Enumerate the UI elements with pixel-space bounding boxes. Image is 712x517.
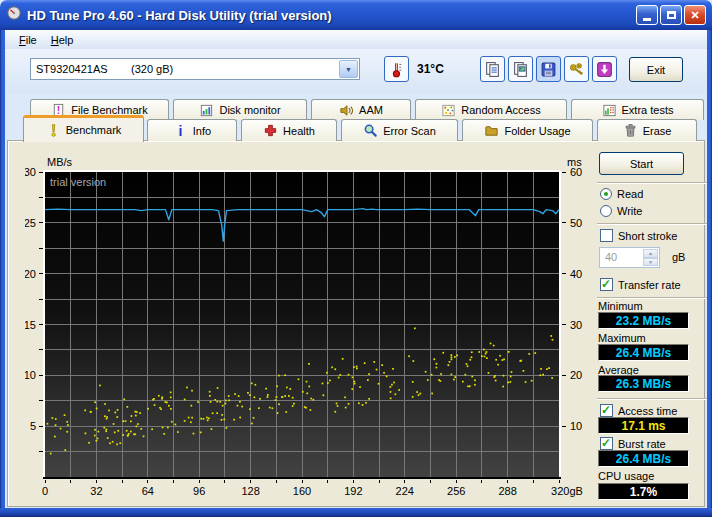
health-icon <box>263 123 278 138</box>
read-label: Read <box>617 188 643 200</box>
transfer-rate-option: ✓ Transfer rate <box>600 278 681 291</box>
keys-icon <box>568 61 585 78</box>
tab-erase[interactable]: Erase <box>597 119 697 141</box>
svg-text:MB/s: MB/s <box>47 156 73 168</box>
read-option: Read <box>600 188 643 200</box>
burst-rate-checkbox[interactable]: ✓ <box>600 437 613 450</box>
svg-text:224: 224 <box>396 485 414 497</box>
app-icon <box>6 5 22 21</box>
copy-text-icon <box>484 61 501 78</box>
window-title: HD Tune Pro 4.60 - Hard Disk Utility (tr… <box>27 8 634 23</box>
short-stroke-option: ✓ Short stroke <box>600 229 677 242</box>
info-icon: i <box>173 123 188 138</box>
access-time-value: 17.1 ms <box>598 417 689 434</box>
svg-text:320gB: 320gB <box>551 485 583 497</box>
separator <box>597 182 707 184</box>
transfer-rate-label: Transfer rate <box>618 279 681 291</box>
maximize-button[interactable] <box>660 5 682 25</box>
spin-up-icon: ▲ <box>643 249 658 258</box>
titlebar: HD Tune Pro 4.60 - Hard Disk Utility (tr… <box>0 0 712 30</box>
download-icon <box>596 61 613 78</box>
save-button[interactable] <box>536 56 561 82</box>
tab-info[interactable]: iInfo <box>147 119 237 141</box>
cpu-usage-label: CPU usage <box>598 470 654 482</box>
burst-rate-option: ✓ Burst rate <box>600 437 666 450</box>
tab-label: Info <box>193 125 211 137</box>
svg-text:i: i <box>178 123 182 138</box>
minimum-label: Minimum <box>598 300 643 312</box>
capacity-stepper[interactable]: 40 ▲▼ <box>599 247 660 268</box>
app-icon <box>6 5 22 25</box>
options-button[interactable] <box>564 56 589 82</box>
svg-text:288: 288 <box>498 485 516 497</box>
burst-rate-label: Burst rate <box>618 438 666 450</box>
svg-text:60: 60 <box>570 166 582 178</box>
chevron-down-icon[interactable]: ▼ <box>339 60 358 78</box>
svg-text:30: 30 <box>25 166 36 178</box>
tab-aam[interactable]: AAM <box>311 99 411 120</box>
svg-text:25: 25 <box>25 217 36 229</box>
svg-text:5: 5 <box>30 420 36 432</box>
tab-health[interactable]: Health <box>241 119 337 141</box>
svg-text:50: 50 <box>570 217 582 229</box>
separator <box>597 223 707 225</box>
tab-label: Benchmark <box>66 124 122 136</box>
cpu-usage-value: 1.7% <box>598 483 689 500</box>
chart-grid <box>45 172 559 477</box>
start-button[interactable]: Start <box>599 152 684 175</box>
write-option: Write <box>600 205 642 217</box>
transfer-rate-checkbox[interactable]: ✓ <box>600 278 613 291</box>
minimum-value: 23.2 MB/s <box>598 312 689 329</box>
tab-folder-usage[interactable]: Folder Usage <box>462 119 593 141</box>
download-button[interactable] <box>592 56 617 82</box>
close-button[interactable]: ✕ <box>684 5 706 25</box>
tab-label: Disk monitor <box>219 104 280 116</box>
svg-text:0: 0 <box>42 485 48 497</box>
save-icon <box>540 61 557 78</box>
svg-text:96: 96 <box>193 485 205 497</box>
svg-text:10: 10 <box>25 369 36 381</box>
disk-monitor-icon <box>199 103 214 118</box>
tab-benchmark[interactable]: Benchmark <box>23 115 144 142</box>
capacity-unit-label: gB <box>672 251 685 263</box>
drive-model: ST9320421AS <box>36 63 108 75</box>
aam-icon <box>339 103 354 118</box>
write-label: Write <box>617 205 642 217</box>
benchmark-icon <box>46 123 61 138</box>
tab-error-scan[interactable]: Error Scan <box>341 119 458 141</box>
spin-down-icon: ▼ <box>643 258 658 267</box>
tab-disk-monitor[interactable]: Disk monitor <box>173 99 307 120</box>
drive-size: (320 gB) <box>131 63 173 75</box>
svg-text:192: 192 <box>344 485 362 497</box>
read-radio[interactable] <box>600 188 612 200</box>
tab-extra-tests[interactable]: Extra tests <box>571 99 704 120</box>
trial-version-watermark: trial version <box>50 176 106 188</box>
svg-text:32: 32 <box>90 485 102 497</box>
svg-text:10: 10 <box>570 420 582 432</box>
folder-usage-icon <box>484 123 499 138</box>
separator <box>597 297 707 299</box>
tab-label: Random Access <box>461 104 540 116</box>
copy-text-button[interactable] <box>480 56 505 82</box>
svg-text:40: 40 <box>570 268 582 280</box>
drive-select[interactable]: ST9320421AS (320 gB) ▼ <box>30 58 360 80</box>
copy-image-button[interactable] <box>508 56 533 82</box>
tab-label: Error Scan <box>383 125 436 137</box>
spinner-arrows[interactable]: ▲▼ <box>643 249 658 266</box>
menubar: File Help <box>5 30 707 49</box>
app-window: HD Tune Pro 4.60 - Hard Disk Utility (tr… <box>0 0 712 517</box>
access-time-checkbox[interactable]: ✓ <box>600 404 613 417</box>
average-value: 26.3 MB/s <box>598 375 689 392</box>
temperature-button[interactable] <box>384 56 409 82</box>
minimize-button[interactable] <box>636 5 658 25</box>
window-border-bottom <box>0 508 712 517</box>
tab-random-access[interactable]: Random Access <box>415 99 567 120</box>
exit-button[interactable]: Exit <box>629 57 683 82</box>
write-radio[interactable] <box>600 205 612 217</box>
window-border-left <box>0 28 5 510</box>
menu-item-file[interactable]: File <box>12 32 44 48</box>
menu-item-help[interactable]: Help <box>44 32 81 48</box>
svg-text:30: 30 <box>570 319 582 331</box>
short-stroke-checkbox[interactable]: ✓ <box>600 229 613 242</box>
svg-text:64: 64 <box>142 485 154 497</box>
